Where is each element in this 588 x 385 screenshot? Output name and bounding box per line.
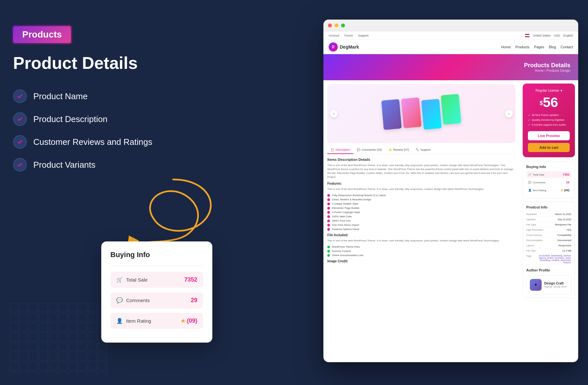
hero-breadcrumb: Home / Products Design [535, 69, 570, 72]
feature-text-variants: Product Variants [33, 160, 95, 170]
svg-rect-1 [10, 303, 108, 375]
topbar-forum[interactable]: Forum [345, 34, 353, 37]
bi-label: 🛒 Total Sale [528, 173, 544, 176]
maximize-button[interactable] [341, 23, 345, 27]
badge-label: Products [13, 26, 71, 43]
pi-docs: Documentation Documented [526, 238, 571, 243]
tab-description-label: Description [335, 148, 350, 151]
left-panel: Products Product Details Product Name Pr… [13, 26, 183, 172]
fc-row-comments: 💬 Comments 29 [110, 292, 203, 308]
check-icon: ✓ [528, 118, 531, 122]
feature-line: 4 Footer Copyright Style [327, 211, 515, 214]
nav-products[interactable]: Products [515, 45, 529, 49]
tab-comments[interactable]: 💬 Comments (43) [353, 146, 385, 154]
license-card: Regular License ▾ $56 ✓ All time Future … [523, 84, 575, 157]
pi-crossbrowser-value: Compatibility [557, 234, 571, 237]
pi-updated: Updated July 23,2022 [526, 217, 571, 222]
product-card-4 [441, 94, 461, 125]
bi-rating-count: (09) [564, 189, 569, 192]
tab-description[interactable]: 📋 Description [327, 146, 353, 154]
pi-hires-value: YES [566, 228, 571, 231]
lic-feat-2: ✓ Quality checked by DigMark [528, 118, 570, 122]
bi-comments-label: Comments [533, 181, 546, 184]
feature-item: Product Name [13, 89, 183, 103]
lic-feat-label-2: Quality checked by DigMark [532, 118, 564, 121]
product-info-title: Prodcut Info [526, 205, 571, 209]
topbar-support[interactable]: Support [358, 34, 369, 37]
nav-contact[interactable]: Contact [561, 45, 573, 49]
floating-buying-info-card: Buying Info 🛒 Total Sale 7352 💬 Comments… [101, 241, 212, 343]
lic-feat-label-1: All time Future updates [532, 114, 559, 116]
feature-item: Product Variants [13, 158, 183, 172]
check-icon: ✓ [528, 123, 531, 127]
nav-home[interactable]: Home [501, 45, 511, 49]
pi-filetype-label: File Type [526, 223, 536, 226]
nav-pages[interactable]: Pages [534, 45, 544, 49]
file-dot [327, 246, 330, 248]
minimize-button[interactable] [335, 23, 338, 27]
products-badge: Products [13, 26, 183, 53]
pi-tags-value: accountant, advertising, advisor, agency… [531, 254, 571, 264]
product-info-card: Prodcut Info Released March 31,2022 Upda… [523, 202, 575, 298]
pi-released-value: March 31,2022 [555, 213, 571, 216]
fc-total-sale-value: 7352 [184, 276, 197, 283]
tab-review[interactable]: ⭐ Review (07) [385, 146, 412, 154]
feature-dot [327, 194, 330, 197]
topbar-country[interactable]: United States [533, 34, 550, 37]
feature-line: 4 Unique Header Style [327, 202, 515, 205]
tab-comments-label: Comments (43) [362, 148, 382, 151]
star-icon: ★ [181, 318, 185, 324]
product-card-3 [421, 99, 442, 130]
product-tabs: 📋 Description 💬 Comments (43) ⭐ Review (… [327, 146, 515, 154]
site-navbar: D DegMark Home Products Pages Blog Conta… [323, 40, 578, 54]
author-info: Design Craft Signup- 23July 2022, [544, 282, 567, 288]
product-card-1 [381, 99, 402, 130]
add-to-cart-button[interactable]: Add to cart [528, 143, 570, 152]
pi-filetype: File Type Wordpress File [526, 222, 571, 227]
bi-rating-label: Item Rating [533, 189, 546, 192]
tab-support-label: Support [420, 148, 431, 151]
tab-support[interactable]: 🔧 Support [412, 146, 434, 154]
browser-titlebar [323, 20, 578, 31]
pi-layout: Layout Responsive [526, 243, 571, 248]
live-preview-button[interactable]: Live Proview [528, 131, 570, 140]
pi-released: Released March 31,2022 [526, 212, 571, 217]
nav-blog[interactable]: Blog [549, 45, 556, 49]
feature-line: 3000+ Font Icon [327, 219, 515, 222]
product-main: ‹ › 📋 Description 💬 Comments (43) ⭐ [323, 80, 519, 362]
browser-window: Account Forum Support United States USD … [323, 20, 578, 362]
topbar-right: United States USD English [525, 34, 573, 37]
feature-line: One Click Demo Import [327, 223, 515, 226]
topbar-account[interactable]: Account [329, 34, 339, 37]
product-card-2 [401, 97, 422, 128]
pi-tags: Tags accountant, advertising, advisor, a… [526, 254, 571, 265]
main-title: Product Details [13, 53, 183, 73]
lic-feat-1: ✓ All time Future updates [528, 113, 570, 117]
check-icon [13, 158, 27, 172]
site-logo: D DegMark [329, 42, 359, 52]
card-divider [110, 266, 203, 266]
check-icon [13, 112, 27, 126]
fc-rating-value: ★ (09) [181, 317, 197, 324]
feature-dot [327, 198, 330, 201]
tab-comments-icon: 💬 [357, 148, 360, 151]
tab-review-icon: ⭐ [388, 148, 392, 151]
flag-icon [525, 34, 530, 37]
license-type: Regular License [535, 89, 559, 92]
feature-list: Product Name Product Description Custome… [13, 89, 183, 172]
comments-icon: 💬 [528, 181, 531, 184]
carousel-next-button[interactable]: › [505, 110, 513, 117]
topbar-lang[interactable]: English [563, 34, 573, 37]
site-body: ‹ › 📋 Description 💬 Comments (43) ⭐ [323, 80, 578, 362]
fc-rating-label: Item Rating [126, 318, 151, 324]
carousel-prev-button[interactable]: ‹ [330, 110, 338, 117]
fc-label: 💬 Comments [116, 297, 150, 303]
feature-item: Product Description [13, 112, 183, 126]
license-header: Regular License ▾ [528, 89, 570, 92]
close-button[interactable] [328, 23, 332, 27]
author-profile: ✦ Design Craft Signup- 23July 2022, [526, 275, 571, 294]
author-avatar: ✦ [530, 279, 542, 291]
file-line: WordPress Theme Files [327, 245, 515, 248]
cart-icon: 🛒 [528, 173, 531, 176]
topbar-currency[interactable]: USD [554, 34, 560, 37]
